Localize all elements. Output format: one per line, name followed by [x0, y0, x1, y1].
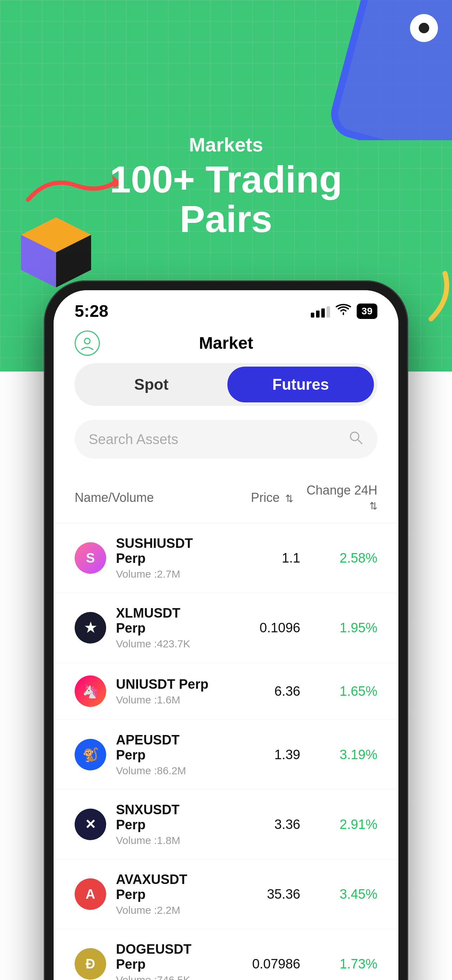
asset-info: SNXUSDT Perp Volume :1.8M [116, 802, 209, 846]
asset-info: AVAXUSDT Perp Volume :2.2M [116, 872, 209, 916]
asset-price: 3.36 [209, 817, 300, 832]
asset-logo: 🦄 [75, 675, 106, 707]
asset-info: UNIUSDT Perp Volume :1.6M [116, 677, 209, 706]
price-sort-icon[interactable]: ⇅ [285, 493, 293, 504]
asset-symbol: XLMUSDT Perp [116, 606, 209, 636]
svg-point-2 [419, 23, 429, 33]
asset-price: 35.36 [209, 887, 300, 902]
phone-inner: 5:28 [54, 290, 398, 980]
asset-row[interactable]: 🐒 APEUSDT Perp Volume :86.2M 1.39 3.19% [54, 720, 398, 790]
signal-bar-3 [321, 309, 325, 318]
asset-change: 3.19% [300, 747, 377, 762]
asset-price: 1.39 [209, 747, 300, 762]
asset-symbol: AVAXUSDT Perp [116, 872, 209, 902]
futures-tab[interactable]: Futures [228, 367, 374, 402]
asset-change: 2.91% [300, 817, 377, 832]
col-name-header: Name/Volume [75, 490, 202, 505]
asset-row[interactable]: ✕ SNXUSDT Perp Volume :1.8M 3.36 2.91% [54, 790, 398, 859]
asset-row[interactable]: Ð DOGEUSDT Perp Volume :746.5K 0.07986 1… [54, 929, 398, 980]
signal-bar-4 [326, 306, 330, 318]
asset-volume: Volume :1.6M [116, 694, 209, 706]
asset-price: 0.07986 [209, 956, 300, 972]
table-header: Name/Volume Price ⇅ Change 24H ⇅ [54, 476, 398, 523]
avatar-button[interactable] [75, 331, 100, 356]
asset-change: 1.95% [300, 620, 377, 635]
search-bar[interactable]: Search Assets [75, 420, 377, 458]
asset-symbol: SNXUSDT Perp [116, 802, 209, 832]
change-sort-icon[interactable]: ⇅ [369, 500, 377, 512]
asset-volume: Volume :746.5K [116, 974, 209, 980]
app-header: Market [54, 326, 398, 363]
asset-price: 0.1096 [209, 620, 300, 635]
asset-info: SUSHIUSDT Perp Volume :2.7M [116, 536, 209, 580]
spot-tab[interactable]: Spot [78, 367, 224, 402]
asset-symbol: UNIUSDT Perp [116, 677, 209, 692]
asset-logo: ★ [75, 612, 106, 644]
asset-logo: 🐒 [75, 739, 106, 770]
asset-logo: ✕ [75, 808, 106, 840]
asset-symbol: DOGEUSDT Perp [116, 942, 209, 972]
asset-logo: Ð [75, 948, 106, 980]
col-price-header: Price ⇅ [202, 490, 293, 505]
asset-row[interactable]: A AVAXUSDT Perp Volume :2.2M 35.36 3.45% [54, 859, 398, 929]
signal-bars-icon [311, 305, 330, 318]
status-time: 5:28 [75, 301, 108, 321]
asset-row[interactable]: 🦄 UNIUSDT Perp Volume :1.6M 6.36 1.65% [54, 663, 398, 720]
asset-symbol: APEUSDT Perp [116, 733, 209, 763]
asset-volume: Volume :1.8M [116, 835, 209, 846]
status-bar: 5:28 [54, 290, 398, 326]
asset-change: 3.45% [300, 887, 377, 902]
battery-icon: 39 [357, 304, 377, 319]
asset-row[interactable]: ★ XLMUSDT Perp Volume :423.7K 0.1096 1.9… [54, 593, 398, 663]
asset-volume: Volume :2.2M [116, 904, 209, 916]
market-tab-toggle: Spot Futures [75, 363, 377, 406]
blue-net-decoration [312, 0, 452, 140]
asset-logo: S [75, 542, 106, 574]
asset-row[interactable]: S SUSHIUSDT Perp Volume :2.7M 1.1 2.58% [54, 523, 398, 593]
wifi-icon [336, 303, 351, 319]
asset-info: DOGEUSDT Perp Volume :746.5K [116, 942, 209, 980]
asset-change: 1.65% [300, 684, 377, 699]
hero-text: Markets 100+ TradingPairs [0, 133, 452, 239]
search-icon [348, 430, 363, 449]
phone-outer: 5:28 [44, 280, 408, 980]
asset-symbol: SUSHIUSDT Perp [116, 536, 209, 566]
asset-logo: A [75, 878, 106, 910]
signal-bar-2 [316, 310, 320, 318]
page-title: Market [199, 333, 253, 353]
asset-price: 6.36 [209, 684, 300, 699]
asset-volume: Volume :86.2M [116, 765, 209, 777]
asset-list: S SUSHIUSDT Perp Volume :2.7M 1.1 2.58% … [54, 523, 398, 980]
battery-level: 39 [361, 305, 372, 317]
hero-title: 100+ TradingPairs [0, 159, 452, 239]
asset-price: 1.1 [209, 550, 300, 566]
svg-line-11 [358, 439, 362, 444]
status-icons: 39 [311, 303, 377, 319]
asset-info: APEUSDT Perp Volume :86.2M [116, 733, 209, 777]
asset-change: 1.73% [300, 956, 377, 972]
svg-point-9 [84, 338, 90, 344]
asset-volume: Volume :2.7M [116, 568, 209, 580]
asset-volume: Volume :423.7K [116, 638, 209, 650]
signal-bar-1 [311, 313, 314, 318]
search-placeholder: Search Assets [89, 431, 341, 447]
asset-change: 2.58% [300, 550, 377, 566]
col-change-header: Change 24H ⇅ [293, 483, 377, 512]
asset-info: XLMUSDT Perp Volume :423.7K [116, 606, 209, 650]
phone-mockup: 5:28 [44, 280, 408, 980]
